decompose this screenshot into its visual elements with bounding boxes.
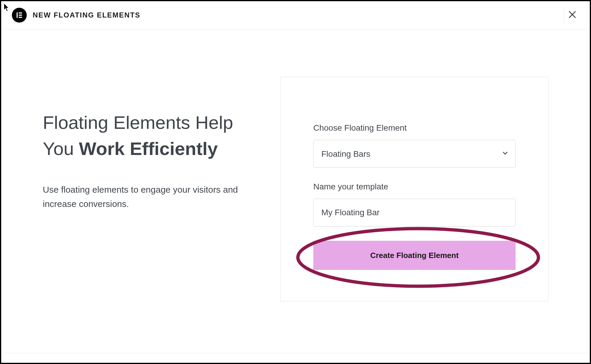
headline-bold: Work Efficiently: [79, 138, 218, 159]
choose-element-select[interactable]: Floating Bars: [313, 140, 516, 168]
header-left: NEW FLOATING ELEMENTS: [12, 8, 140, 23]
template-name-input[interactable]: [313, 199, 516, 227]
choose-element-label: Choose Floating Element: [313, 123, 516, 133]
dialog-content: Floating Elements Help You Work Efficien…: [1, 29, 590, 319]
create-floating-element-button[interactable]: Create Floating Element: [313, 241, 516, 270]
dialog-header: NEW FLOATING ELEMENTS: [1, 1, 590, 29]
intro-panel: Floating Elements Help You Work Efficien…: [43, 77, 251, 211]
elementor-logo-icon: [12, 8, 27, 23]
svg-rect-3: [19, 17, 22, 18]
form-panel: Choose Floating Element Floating Bars Na…: [280, 77, 549, 301]
dialog-title: NEW FLOATING ELEMENTS: [33, 11, 140, 19]
footer-divider: [2, 353, 589, 353]
choose-element-select-wrapper: Floating Bars: [313, 140, 516, 168]
svg-rect-0: [17, 12, 18, 18]
close-icon: [568, 10, 577, 19]
close-button[interactable]: [564, 8, 580, 23]
intro-subtext: Use floating elements to engage your vis…: [43, 183, 251, 211]
intro-headline: Floating Elements Help You Work Efficien…: [43, 110, 251, 162]
template-name-label: Name your template: [313, 182, 516, 192]
svg-rect-1: [19, 12, 22, 14]
svg-rect-2: [19, 15, 22, 16]
